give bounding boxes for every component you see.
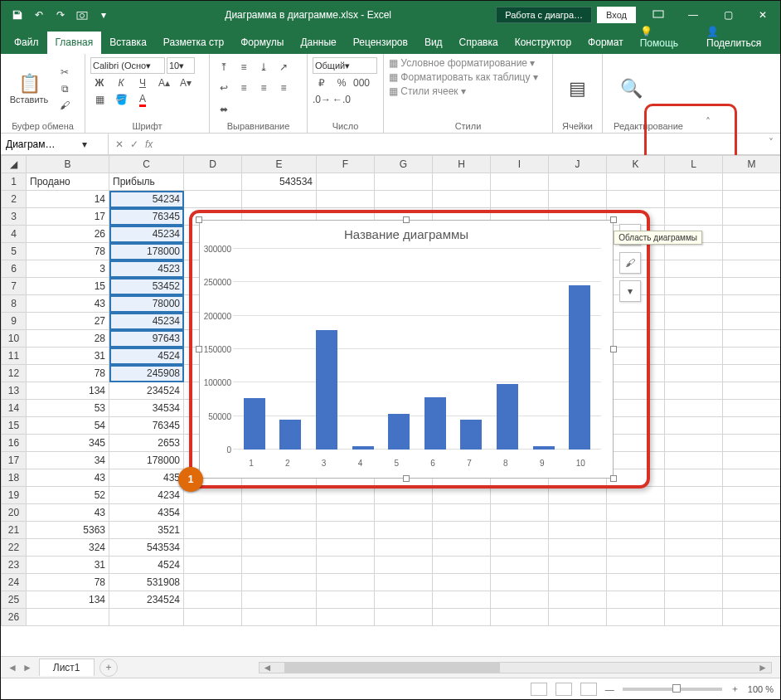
add-sheet-button[interactable]: ＋ [99, 659, 118, 677]
tab-help[interactable]: Справка [451, 32, 507, 54]
chart-bar[interactable] [388, 414, 410, 450]
zoom-percent[interactable]: 100 % [748, 684, 774, 694]
table-row[interactable]: 25134234524 [2, 591, 781, 609]
sheet-prev-icon[interactable]: ◄ [7, 662, 17, 673]
underline-button[interactable]: Ч [133, 75, 152, 90]
currency-icon[interactable]: ₽ [313, 75, 331, 90]
paste-button[interactable]: 📋 Вставить [6, 64, 52, 114]
row-header[interactable]: 21 [2, 522, 27, 539]
cell-styles-button[interactable]: ▦ Стили ячеек ▾ [389, 85, 466, 97]
border-icon[interactable]: ▦ [90, 92, 109, 107]
row-header[interactable]: 24 [2, 574, 27, 591]
redo-icon[interactable]: ↷ [52, 7, 69, 23]
table-row[interactable]: 20434354 [2, 504, 781, 522]
collapse-ribbon-icon[interactable]: ˄ [694, 54, 722, 133]
align-left-icon[interactable]: ≡ [235, 80, 253, 95]
share-button[interactable]: 👤 Поделиться [698, 21, 780, 54]
resize-handle[interactable] [610, 216, 617, 223]
signin-button[interactable]: Вход [597, 7, 636, 23]
row-header[interactable]: 17 [2, 452, 27, 469]
resize-handle[interactable] [196, 216, 202, 223]
chart-bar[interactable] [352, 446, 374, 450]
resize-handle[interactable] [403, 216, 410, 223]
tab-file[interactable]: Файл [6, 32, 47, 54]
tab-pagelayout[interactable]: Разметка стр [155, 32, 232, 54]
tab-data[interactable]: Данные [292, 32, 344, 54]
page-break-view-icon[interactable] [580, 683, 597, 696]
table-row[interactable]: 23314524 [2, 557, 781, 574]
row-header[interactable]: 8 [2, 295, 27, 313]
number-format-select[interactable]: Общий ▾ [313, 57, 377, 74]
row-header[interactable]: 6 [2, 260, 27, 278]
comma-icon[interactable]: 000 [352, 75, 371, 90]
align-top-icon[interactable]: ⤒ [215, 60, 233, 75]
select-all-corner[interactable]: ◢ [2, 156, 27, 173]
chart-bar[interactable] [279, 420, 301, 450]
row-header[interactable]: 22 [2, 539, 27, 557]
dec-decimal-icon[interactable]: ←.0 [332, 92, 351, 107]
bold-button[interactable]: Ж [90, 75, 109, 90]
cancel-entry-icon[interactable]: ✕ [115, 139, 124, 150]
column-headers[interactable]: ◢ B C D E F G H I J K L M [2, 156, 781, 173]
confirm-entry-icon[interactable]: ✓ [130, 139, 138, 150]
orientation-icon[interactable]: ↗ [274, 60, 293, 75]
tell-me[interactable]: 💡 Помощь [632, 21, 698, 54]
table-row[interactable]: 2478531908 [2, 574, 781, 591]
expand-formula-icon[interactable]: ˅ [762, 134, 780, 154]
tab-formulas[interactable]: Формулы [232, 32, 292, 54]
chart-styles-icon[interactable]: 🖌 [619, 252, 641, 274]
editing-button[interactable]: 🔍 [608, 64, 654, 114]
zoom-out-icon[interactable]: — [605, 684, 614, 694]
row-header[interactable]: 7 [2, 278, 27, 295]
grow-font-icon[interactable]: A▴ [155, 75, 173, 90]
percent-icon[interactable]: % [332, 75, 351, 90]
tab-view[interactable]: Вид [416, 32, 451, 54]
cells-button[interactable]: ▤ [558, 64, 597, 114]
save-icon[interactable] [9, 7, 26, 23]
format-table-button[interactable]: ▦ Форматировать как таблицу ▾ [389, 71, 538, 83]
font-name-select[interactable]: Calibri (Осно ▾ [90, 57, 165, 74]
row-header[interactable]: 1 [2, 173, 27, 191]
chart-plot-area[interactable]: 050000100000150000200000250000300000 [233, 249, 601, 450]
normal-view-icon[interactable] [531, 683, 547, 696]
sheet-next-icon[interactable]: ► [22, 662, 32, 673]
horizontal-scrollbar[interactable]: ◄► [259, 662, 772, 673]
tab-format[interactable]: Формат [580, 32, 632, 54]
chart-bar[interactable] [497, 384, 518, 450]
chart-bar[interactable] [533, 446, 555, 450]
inc-decimal-icon[interactable]: .0→ [313, 92, 331, 107]
resize-handle[interactable] [403, 475, 410, 482]
qat-dropdown-icon[interactable]: ▾ [95, 7, 112, 23]
cut-icon[interactable]: ✂ [56, 65, 74, 80]
chart-bar[interactable] [424, 397, 446, 450]
merge-icon[interactable]: ⬌ [215, 102, 233, 117]
resize-handle[interactable] [610, 346, 617, 352]
wrap-text-icon[interactable]: ↩ [215, 80, 233, 95]
table-row[interactable]: 22324543534 [2, 539, 781, 557]
row-header[interactable]: 2 [2, 191, 27, 208]
font-size-select[interactable]: 10 ▾ [167, 57, 195, 74]
row-header[interactable]: 5 [2, 243, 27, 260]
table-row[interactable]: 1ПроданоПрибыль543534 [2, 173, 781, 191]
formula-input[interactable] [159, 134, 762, 154]
context-tab[interactable]: Работа с диагра… [496, 7, 592, 23]
table-row[interactable]: 21454234 [2, 191, 781, 208]
row-header[interactable]: 12 [2, 365, 27, 382]
cond-format-button[interactable]: ▦ Условное форматирование ▾ [389, 57, 535, 69]
italic-button[interactable]: К [112, 75, 130, 90]
shrink-font-icon[interactable]: A▾ [177, 75, 195, 90]
tab-design[interactable]: Конструктор [507, 32, 580, 54]
table-row[interactable]: 19524234 [2, 487, 781, 504]
chart-object[interactable]: Название диаграммы 050000100000150000200… [199, 220, 614, 479]
sheet-tab[interactable]: Лист1 [39, 659, 95, 676]
resize-handle[interactable] [610, 475, 617, 482]
table-row[interactable]: 2153633521 [2, 522, 781, 539]
align-center-icon[interactable]: ≡ [255, 80, 273, 95]
font-color-icon[interactable]: A [133, 92, 152, 107]
row-header[interactable]: 13 [2, 382, 27, 400]
tab-home[interactable]: Главная [47, 32, 102, 54]
chart-bar[interactable] [460, 420, 482, 450]
chart-bar[interactable] [244, 398, 265, 450]
camera-icon[interactable] [74, 7, 90, 23]
tab-insert[interactable]: Вставка [101, 32, 155, 54]
